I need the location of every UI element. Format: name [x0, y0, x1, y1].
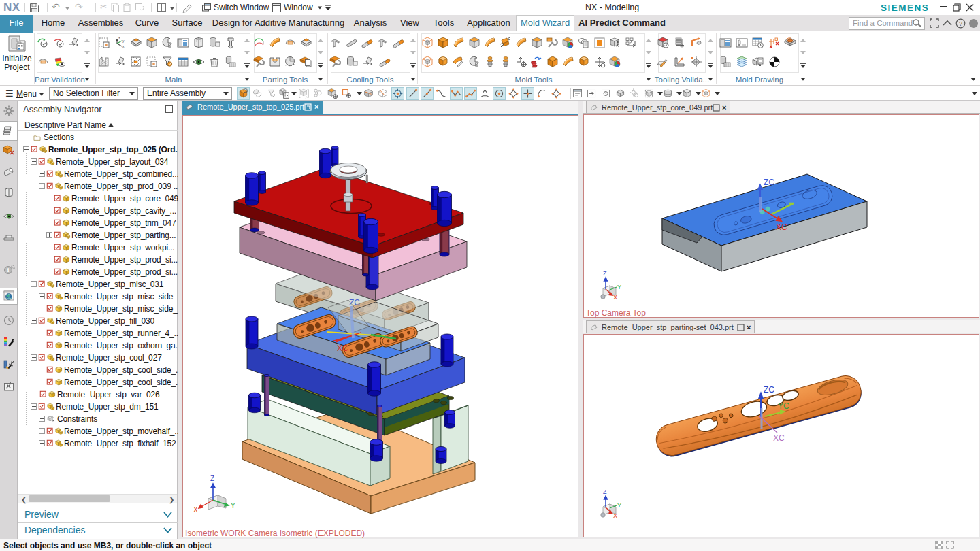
svg-text:XC: XC	[773, 433, 785, 443]
svg-text:Y: Y	[617, 284, 621, 290]
svg-text:ZC: ZC	[764, 178, 774, 187]
svg-text:YC: YC	[778, 401, 789, 411]
svg-text:X: X	[613, 512, 617, 519]
svg-text:Z: Z	[210, 475, 214, 482]
svg-text:X: X	[613, 294, 617, 301]
svg-text:XC: XC	[776, 222, 787, 232]
svg-text:XC: XC	[337, 344, 348, 353]
svg-text:?: ?	[959, 20, 962, 27]
svg-text:Y: Y	[617, 502, 621, 509]
svg-text:Z: Z	[603, 270, 607, 277]
svg-text:Y: Y	[231, 502, 235, 510]
svg-text:Z: Z	[603, 488, 607, 495]
svg-text:ZC: ZC	[349, 298, 360, 307]
svg-text:ZC: ZC	[764, 385, 774, 395]
svg-text:X: X	[193, 506, 198, 514]
